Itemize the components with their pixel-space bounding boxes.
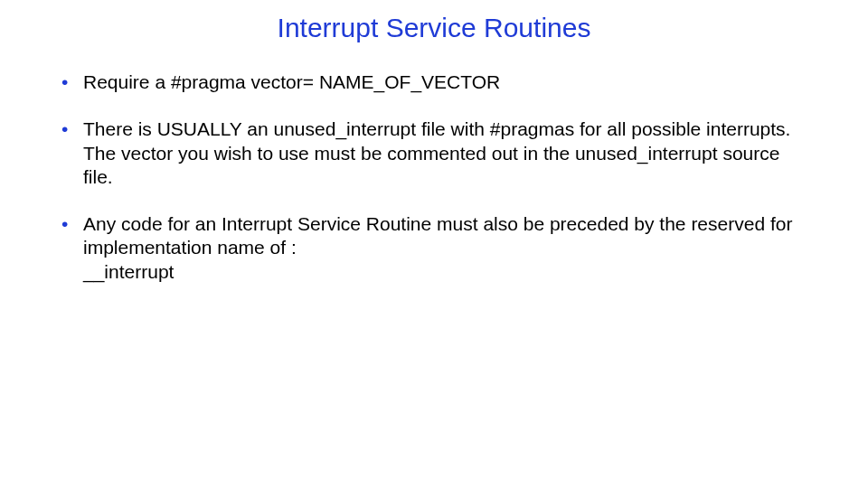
- bullet-item-2: There is USUALLY an unused_interrupt fil…: [54, 117, 814, 189]
- slide-title: Interrupt Service Routines: [54, 13, 814, 43]
- slide: Interrupt Service Routines Require a #pr…: [0, 0, 868, 488]
- bullet-item-3: Any code for an Interrupt Service Routin…: [54, 212, 814, 284]
- bullet-text-1: Require a #pragma vector= NAME_OF_VECTOR: [83, 71, 500, 92]
- bullet-text-2: There is USUALLY an unused_interrupt fil…: [83, 118, 790, 187]
- bullet-text-3a: Any code for an Interrupt Service Routin…: [83, 213, 792, 258]
- bullet-list: Require a #pragma vector= NAME_OF_VECTOR…: [54, 70, 814, 284]
- bullet-text-3b: __interrupt: [83, 260, 814, 284]
- bullet-item-1: Require a #pragma vector= NAME_OF_VECTOR: [54, 70, 814, 94]
